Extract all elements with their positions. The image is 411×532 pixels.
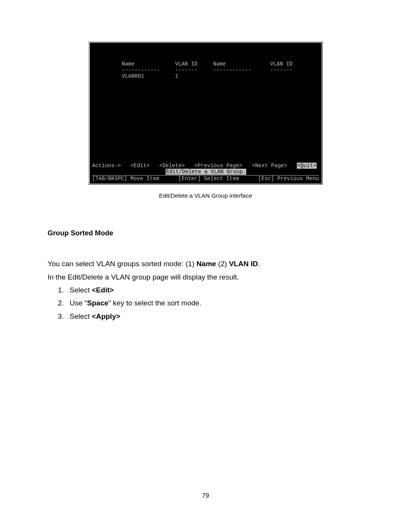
step-bold: <Edit> (92, 286, 114, 294)
page-number: 79 (0, 492, 411, 500)
cell-vlanid: 1 (175, 73, 213, 79)
action-delete[interactable]: <Delete> (159, 163, 185, 169)
col-header-vlanid-2: VLAN ID (270, 61, 316, 67)
p1-post: . (258, 260, 260, 268)
action-quit[interactable]: <Quit> (297, 163, 317, 169)
table-header-row: Name VLAN ID Name VLAN ID (92, 61, 319, 67)
p1-bold-name: Name (196, 260, 216, 268)
step-pre: Use " (70, 299, 87, 307)
list-item: Use "Space" key to select the sort mode. (66, 297, 363, 310)
p1-bold-vlanid: VLAN ID (229, 260, 258, 268)
p1-mid: (2) (216, 260, 229, 268)
step-post: " key to select the sort mode. (108, 299, 201, 307)
terminal-window: Name VLAN ID Name VLAN ID ------------ -… (88, 41, 323, 185)
steps-list: Select <Edit> Use "Space" key to select … (48, 284, 363, 323)
terminal-footer: Actions-> <Edit> <Delete> <Previous Page… (90, 163, 321, 183)
step-bold: Space (87, 299, 108, 307)
cell-name: VLAN001 (122, 73, 175, 79)
actions-label: Actions-> (92, 163, 121, 169)
col-header-name-2: Name (213, 61, 270, 67)
action-next-page[interactable]: <Next Page> (252, 163, 287, 169)
action-prev-page[interactable]: <Previous Page> (194, 163, 242, 169)
help-back: [Esc] Previous Menu (258, 176, 319, 182)
help-move: [TAB/BKSPC] Move Item (92, 176, 159, 182)
step-bold: <Apply> (92, 312, 120, 320)
step-pre: Select (70, 312, 92, 320)
list-item: Select <Edit> (66, 284, 363, 297)
col-header-name-1: Name (122, 61, 175, 67)
p1-pre: You can select VLAN groups sorted mode: … (48, 260, 196, 268)
p2: In the Edit/Delete a VLAN group page wil… (48, 270, 363, 284)
col-header-vlanid-1: VLAN ID (175, 61, 213, 67)
help-row: [TAB/BKSPC] Move Item [Enter] Select Ite… (92, 176, 319, 182)
actions-row: Actions-> <Edit> <Delete> <Previous Page… (92, 163, 319, 169)
terminal-subtitle: Edit/Delete a VLAN Group. (166, 169, 246, 175)
section-heading: Group Sorted Mode (48, 229, 363, 237)
body-paragraph: You can select VLAN groups sorted mode: … (48, 257, 363, 284)
table-header-rule: ------------ ------- ------------ ------… (92, 67, 319, 73)
step-pre: Select (70, 286, 92, 294)
table-row: VLAN001 1 (92, 73, 319, 79)
terminal-body: Name VLAN ID Name VLAN ID ------------ -… (90, 43, 321, 163)
terminal-subtitle-row: Edit/Delete a VLAN Group. (92, 169, 319, 175)
figure-caption: Edit/Delete a VLAN Group interface (48, 192, 363, 199)
action-edit[interactable]: <Edit> (131, 163, 150, 169)
document-page: Name VLAN ID Name VLAN ID ------------ -… (0, 0, 411, 532)
list-item: Select <Apply> (66, 310, 363, 323)
help-select: [Enter] Select Item (178, 176, 239, 182)
